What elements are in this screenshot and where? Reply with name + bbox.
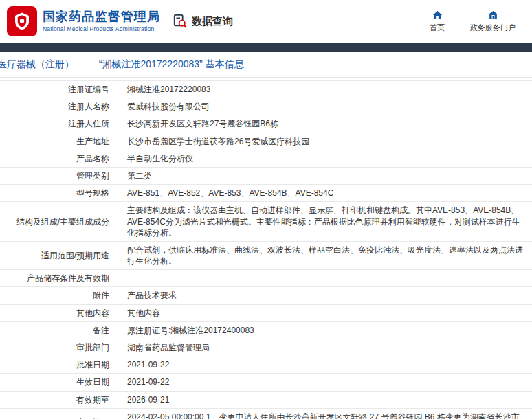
home-icon [432, 10, 443, 21]
row-value: 2021-09-22 [118, 374, 532, 390]
row-value: 主要结构及组成：该仪器由主机、自动进样部件、显示屏、打印机和键盘构成。其中AVE… [118, 202, 532, 241]
table-row: 注册人名称 爱威科技股份有限公司 [0, 98, 532, 115]
row-label: 生产地址 [0, 133, 118, 150]
nmpa-emblem-icon [12, 11, 32, 32]
nav-item-portal[interactable]: 政务服务门户 [470, 10, 516, 33]
table-row: 管理类别 第二类 [0, 168, 532, 185]
table-row: 生产地址 长沙市岳麓区学士街道茯苓路26号爱威医疗科技园 [0, 133, 532, 150]
table-row: 注册证编号 湘械注准20172220083 [0, 81, 532, 98]
row-label: 注册人住所 [0, 115, 118, 132]
row-value: 2026-09-21 [118, 392, 532, 408]
row-value: 爱威科技股份有限公司 [118, 98, 532, 115]
row-value: 第二类 [118, 168, 532, 184]
row-value: 其他内容 [118, 305, 532, 321]
row-label: 产品储存条件及有效期 [0, 270, 118, 286]
row-value: 长沙高新开发区文轩路27号麓谷钰园B6栋 [118, 115, 532, 132]
nav-item-home[interactable]: 首页 [422, 10, 452, 33]
row-value: 配合试剂，供临床用标准法、曲线法、双波长法、样品空白法、免疫比浊法、吸光度法、速… [118, 242, 532, 269]
table-row: 审批部门 湖南省药品监督管理局 [0, 339, 532, 356]
agency-name-block: 国家药品监督管理局 National Medical Products Admi… [43, 10, 160, 33]
table-row: 生效日期 2021-09-22 [0, 374, 532, 391]
row-value: 湖南省药品监督管理局 [118, 339, 532, 356]
row-label: 审批部门 [0, 339, 118, 356]
table-row: 产品名称 半自动生化分析仪 [0, 150, 532, 168]
row-value [118, 270, 532, 286]
agency-brand: 国家药品监督管理局 National Medical Products Admi… [7, 6, 160, 36]
row-label: 变更情况 [0, 409, 118, 419]
table-row: 变更情况 2024-02-05 00:00:00 1、变更申请人住所由长沙高新开… [0, 409, 532, 419]
row-label: 管理类别 [0, 168, 118, 184]
row-label: 型号规格 [0, 185, 118, 201]
row-label: 有效期至 [0, 392, 118, 408]
row-value: AVE-851、AVE-852、AVE-853、AVE-854B、AVE-854… [118, 185, 532, 201]
nav-home-label: 首页 [430, 23, 445, 33]
header-nav: 首页 政务服务门户 [422, 10, 522, 33]
row-label: 注册人名称 [0, 98, 118, 115]
table-row: 其他内容 其他内容 [0, 305, 532, 322]
row-label: 备注 [0, 322, 118, 339]
table-row: 产品储存条件及有效期 [0, 270, 532, 287]
table-row: 备注 原注册证号:湘械注准20172400083 [0, 322, 532, 339]
row-label: 注册证编号 [0, 81, 118, 98]
row-label: 生效日期 [0, 374, 118, 390]
table-row: 批准日期 2021-09-22 [0, 356, 532, 374]
top-divider-bar [0, 43, 532, 52]
nav-portal-label: 政务服务门户 [470, 23, 516, 33]
page-title: 医疗器械（注册） —— “湘械注准20172220083” 基本信息 [0, 52, 532, 78]
row-value: 2021-09-22 [118, 356, 532, 373]
data-query-tab[interactable]: 数据查询 [173, 14, 233, 29]
header: 国家药品监督管理局 National Medical Products Admi… [0, 0, 532, 43]
row-value: 原注册证号:湘械注准20172400083 [118, 322, 532, 339]
info-table: 注册证编号 湘械注准20172220083 注册人名称 爱威科技股份有限公司 注… [0, 80, 532, 419]
row-label: 结构及组成/主要组成成分 [0, 202, 118, 241]
table-row: 型号规格 AVE-851、AVE-852、AVE-853、AVE-854B、AV… [0, 185, 532, 202]
table-row: 结构及组成/主要组成成分 主要结构及组成：该仪器由主机、自动进样部件、显示屏、打… [0, 202, 532, 242]
row-value: 湘械注准20172220083 [118, 81, 532, 98]
nmpa-logo [7, 6, 37, 36]
agency-name-cn: 国家药品监督管理局 [43, 10, 160, 24]
data-query-label: 数据查询 [192, 15, 233, 28]
row-value: 产品技术要求 [118, 287, 532, 304]
table-row: 适用范围/预期用途 配合试剂，供临床用标准法、曲线法、双波长法、样品空白法、免疫… [0, 242, 532, 270]
row-label: 其他内容 [0, 305, 118, 321]
row-label: 附件 [0, 287, 118, 304]
row-value: 长沙市岳麓区学士街道茯苓路26号爱威医疗科技园 [118, 133, 532, 150]
row-label: 适用范围/预期用途 [0, 242, 118, 269]
row-label: 批准日期 [0, 356, 118, 373]
table-row: 附件 产品技术要求 [0, 287, 532, 304]
portal-icon [487, 10, 499, 21]
table-row: 注册人住所 长沙高新开发区文轩路27号麓谷钰园B6栋 [0, 115, 532, 133]
row-value: 2024-02-05 00:00:00 1、变更申请人住所由长沙高新开发区文轩路… [118, 409, 532, 419]
row-label: 产品名称 [0, 150, 118, 167]
data-query-icon [173, 14, 188, 29]
row-value: 半自动生化分析仪 [118, 150, 532, 167]
agency-name-en: National Medical Products Administration [43, 25, 160, 32]
table-row: 有效期至 2026-09-21 [0, 392, 532, 409]
